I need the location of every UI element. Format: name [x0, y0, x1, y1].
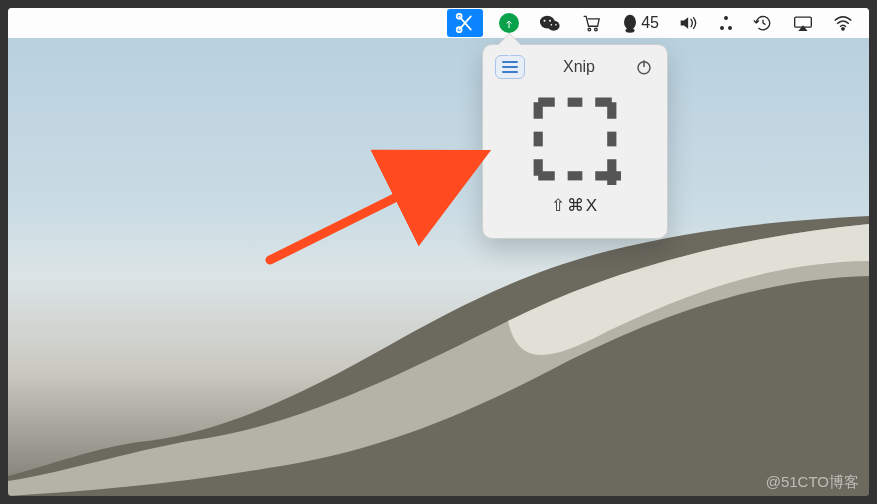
qq-notification[interactable]: 45 [617, 8, 663, 38]
popover-title: Xnip [563, 58, 595, 76]
svg-point-5 [549, 20, 551, 22]
svg-point-13 [721, 27, 723, 29]
mountain-background [8, 216, 869, 496]
desktop-wallpaper [8, 8, 869, 496]
svg-point-11 [626, 28, 635, 33]
svg-point-10 [624, 15, 636, 30]
qq-count: 45 [641, 14, 659, 32]
svg-point-6 [551, 24, 553, 26]
menu-bar: 45 [8, 8, 869, 38]
svg-point-12 [725, 17, 727, 19]
svg-point-4 [544, 20, 546, 22]
xnip-menubar-icon[interactable] [447, 9, 483, 37]
svg-point-7 [555, 24, 557, 26]
volume-icon[interactable] [675, 8, 703, 38]
airplay-icon[interactable] [789, 8, 817, 38]
power-button[interactable] [633, 56, 655, 78]
svg-point-9 [595, 28, 598, 31]
cart-icon[interactable] [577, 8, 605, 38]
menu-button[interactable] [495, 55, 525, 79]
wifi-icon[interactable] [829, 8, 857, 38]
qq-penguin-icon [621, 13, 639, 33]
menu-extra-icon[interactable] [715, 8, 737, 38]
svg-point-8 [588, 28, 591, 31]
svg-point-16 [842, 28, 844, 30]
popover-header: Xnip [495, 55, 655, 79]
crop-icon [529, 93, 621, 185]
svg-point-3 [548, 21, 560, 31]
wechat-icon[interactable] [535, 8, 565, 38]
xnip-popover: Xnip ⇧⌘X [482, 44, 668, 239]
shortcut-label: ⇧⌘X [551, 195, 599, 216]
time-machine-icon[interactable] [749, 8, 777, 38]
capture-button[interactable]: ⇧⌘X [520, 93, 630, 216]
svg-point-14 [729, 27, 731, 29]
